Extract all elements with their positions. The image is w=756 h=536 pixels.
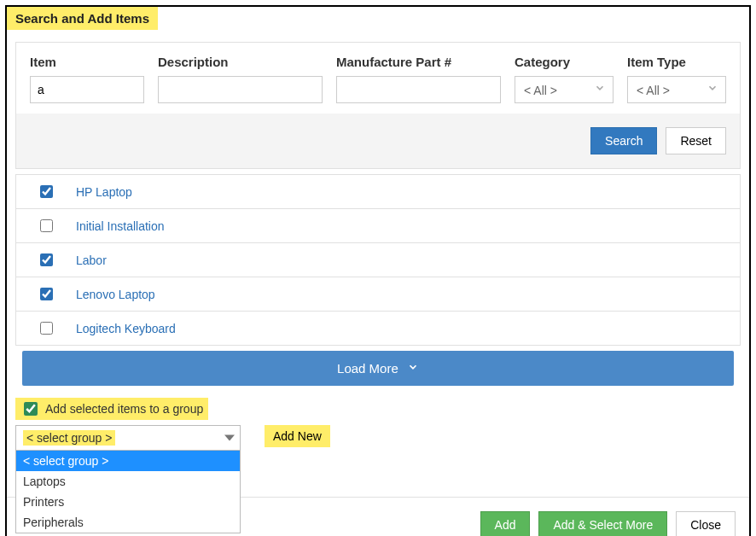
result-item-link[interactable]: Lenovo Laptop [76, 288, 155, 301]
row-checkbox[interactable] [40, 219, 53, 232]
filter-mpn: Manufacture Part # [336, 55, 501, 103]
filter-itemtype: Item Type < All > [627, 55, 726, 103]
filter-panel: Item Description Manufacture Part # Cate… [15, 42, 741, 169]
dropdown-option[interactable]: Laptops [16, 471, 240, 492]
add-select-more-button[interactable]: Add & Select More [538, 511, 667, 536]
result-item-link[interactable]: Labor [76, 253, 107, 267]
reset-button[interactable]: Reset [666, 127, 726, 154]
dropdown-option[interactable]: Peripherals [16, 512, 240, 533]
add-button[interactable]: Add [480, 511, 531, 536]
row-checkbox[interactable] [40, 288, 53, 300]
row-checkbox[interactable] [40, 253, 53, 266]
group-dropdown-list: < select group > Laptops Printers Periph… [15, 450, 241, 533]
filter-description-label: Description [158, 55, 323, 69]
dropdown-option[interactable]: Printers [16, 492, 240, 512]
filter-itemtype-select[interactable]: < All > [627, 76, 726, 103]
load-more-label: Load More [337, 361, 398, 376]
add-to-group-label: Add selected items to a group [45, 402, 203, 416]
row-checkbox[interactable] [40, 322, 53, 335]
filter-description-input[interactable] [158, 76, 323, 103]
table-row: Labor [16, 243, 740, 277]
group-dropdown[interactable]: < select group > < select group > Laptop… [15, 425, 241, 451]
filter-itemtype-label: Item Type [627, 55, 726, 69]
group-dropdown-value: < select group > [23, 430, 115, 446]
result-item-link[interactable]: Initial Installation [76, 219, 165, 233]
chevron-down-icon [407, 361, 419, 376]
search-button[interactable]: Search [590, 127, 657, 154]
filter-fields: Item Description Manufacture Part # Cate… [16, 43, 740, 114]
dialog-title: Search and Add Items [7, 7, 158, 30]
table-row: Initial Installation [16, 209, 740, 243]
results-list: HP Laptop Initial Installation Labor Len… [15, 174, 741, 346]
filter-item-label: Item [30, 55, 144, 69]
filter-actions: Search Reset [16, 114, 740, 168]
result-item-link[interactable]: HP Laptop [76, 185, 132, 199]
table-row: Logitech Keyboard [16, 312, 740, 346]
result-item-link[interactable]: Logitech Keyboard [76, 322, 176, 335]
chevron-down-icon [594, 79, 606, 100]
close-button[interactable]: Close [676, 511, 736, 536]
table-row: HP Laptop [16, 175, 740, 209]
triangle-down-icon [224, 435, 235, 441]
group-section: Add selected items to a group < select g… [15, 398, 741, 451]
filter-category-value: < All > [524, 84, 557, 97]
filter-category-select[interactable]: < All > [515, 76, 614, 103]
group-select-row: < select group > < select group > Laptop… [15, 425, 741, 451]
load-more-button[interactable]: Load More [22, 351, 734, 386]
group-checkbox-row: Add selected items to a group [15, 398, 208, 420]
filter-itemtype-value: < All > [637, 84, 670, 97]
table-row: Lenovo Laptop [16, 277, 740, 312]
group-dropdown-head[interactable]: < select group > [15, 425, 241, 451]
add-new-group-button[interactable]: Add New [265, 425, 330, 447]
filter-category: Category < All > [515, 55, 614, 103]
filter-item-input[interactable] [30, 76, 144, 103]
filter-category-label: Category [515, 55, 614, 69]
filter-item: Item [30, 55, 144, 103]
add-to-group-checkbox[interactable] [24, 402, 38, 416]
chevron-down-icon [707, 79, 718, 100]
filter-description: Description [158, 55, 323, 103]
dialog-search-add-items: Search and Add Items Item Description Ma… [5, 5, 751, 536]
dropdown-option[interactable]: < select group > [16, 451, 240, 471]
filter-mpn-input[interactable] [336, 76, 501, 103]
filter-mpn-label: Manufacture Part # [336, 55, 501, 69]
row-checkbox[interactable] [40, 185, 53, 198]
